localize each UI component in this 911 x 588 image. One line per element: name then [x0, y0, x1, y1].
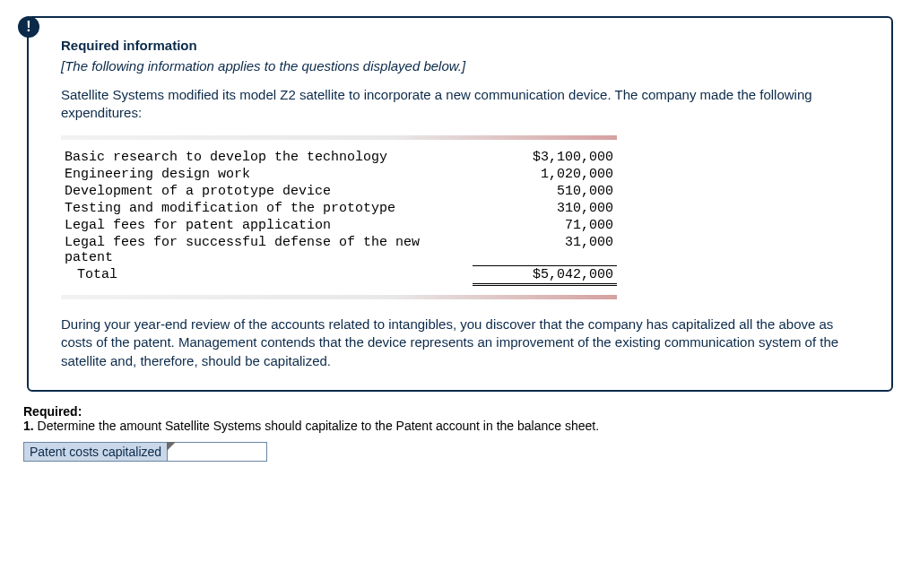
row-value: 510,000 — [473, 183, 617, 200]
patent-cost-input[interactable] — [168, 443, 266, 461]
table-bottom-rule — [61, 295, 617, 299]
required-item-text: Determine the amount Satellite Systems s… — [38, 419, 599, 433]
row-label: Basic research to develop the technology — [61, 149, 473, 166]
required-item-1: 1. Determine the amount Satellite System… — [23, 419, 893, 433]
required-heading: Required: — [23, 404, 893, 419]
required-block: Required: 1. Determine the amount Satell… — [23, 404, 893, 433]
alert-icon-glyph: ! — [26, 20, 30, 34]
required-information-heading: Required information — [61, 38, 868, 53]
required-information-box: ! Required information [The following in… — [27, 16, 893, 392]
closing-paragraph: During your year-end review of the accou… — [61, 316, 868, 370]
row-label: Testing and modification of the prototyp… — [61, 200, 473, 217]
table-row: Basic research to develop the technology… — [61, 149, 617, 166]
answer-row: Patent costs capitalized — [23, 442, 893, 462]
row-label: Legal fees for patent application — [61, 217, 473, 234]
row-value: 310,000 — [473, 200, 617, 217]
alert-icon: ! — [18, 16, 39, 38]
row-label: Engineering design work — [61, 166, 473, 183]
total-value: $5,042,000 — [473, 266, 617, 285]
expenditure-table: Basic research to develop the technology… — [61, 149, 617, 287]
row-value: 31,000 — [473, 234, 617, 266]
table-total-row: Total $5,042,000 — [61, 266, 617, 285]
table-row: Engineering design work 1,020,000 — [61, 166, 617, 183]
table-row: Legal fees for successful defense of the… — [61, 234, 617, 266]
table-top-rule — [61, 135, 617, 140]
page: ! Required information [The following in… — [0, 0, 911, 588]
total-label: Total — [61, 266, 473, 285]
table-row: Development of a prototype device 510,00… — [61, 183, 617, 200]
required-item-number: 1. — [23, 419, 34, 433]
intro-paragraph: Satellite Systems modified its model Z2 … — [61, 86, 868, 123]
row-value: $3,100,000 — [473, 149, 617, 166]
answer-label: Patent costs capitalized — [23, 442, 168, 462]
row-value: 1,020,000 — [473, 166, 617, 183]
answer-input-wrap[interactable] — [168, 442, 267, 462]
row-label: Legal fees for successful defense of the… — [61, 234, 473, 266]
applies-note: [The following information applies to th… — [61, 58, 868, 74]
table-row: Legal fees for patent application 71,000 — [61, 217, 617, 234]
row-value: 71,000 — [473, 217, 617, 234]
expenditure-table-wrap: Basic research to develop the technology… — [61, 135, 617, 300]
table-row: Testing and modification of the prototyp… — [61, 200, 617, 217]
input-cursor-icon — [167, 442, 176, 451]
row-label: Development of a prototype device — [61, 183, 473, 200]
